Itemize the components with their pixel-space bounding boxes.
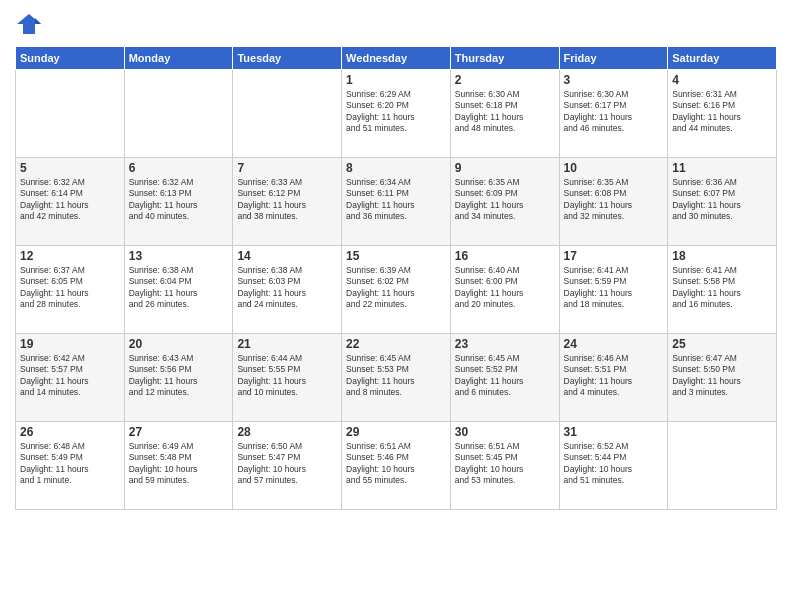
weekday-header-friday: Friday — [559, 47, 668, 70]
day-number: 16 — [455, 249, 555, 263]
calendar-cell: 16Sunrise: 6:40 AMSunset: 6:00 PMDayligh… — [450, 246, 559, 334]
calendar-week-4: 19Sunrise: 6:42 AMSunset: 5:57 PMDayligh… — [16, 334, 777, 422]
cell-info: Sunrise: 6:37 AMSunset: 6:05 PMDaylight:… — [20, 265, 120, 311]
calendar-cell: 19Sunrise: 6:42 AMSunset: 5:57 PMDayligh… — [16, 334, 125, 422]
weekday-header-sunday: Sunday — [16, 47, 125, 70]
day-number: 20 — [129, 337, 229, 351]
cell-info: Sunrise: 6:42 AMSunset: 5:57 PMDaylight:… — [20, 353, 120, 399]
calendar-cell: 28Sunrise: 6:50 AMSunset: 5:47 PMDayligh… — [233, 422, 342, 510]
calendar-cell: 30Sunrise: 6:51 AMSunset: 5:45 PMDayligh… — [450, 422, 559, 510]
calendar-cell: 4Sunrise: 6:31 AMSunset: 6:16 PMDaylight… — [668, 70, 777, 158]
cell-info: Sunrise: 6:51 AMSunset: 5:45 PMDaylight:… — [455, 441, 555, 487]
weekday-header-wednesday: Wednesday — [342, 47, 451, 70]
calendar-cell: 9Sunrise: 6:35 AMSunset: 6:09 PMDaylight… — [450, 158, 559, 246]
calendar-cell: 31Sunrise: 6:52 AMSunset: 5:44 PMDayligh… — [559, 422, 668, 510]
calendar-week-5: 26Sunrise: 6:48 AMSunset: 5:49 PMDayligh… — [16, 422, 777, 510]
calendar-cell: 24Sunrise: 6:46 AMSunset: 5:51 PMDayligh… — [559, 334, 668, 422]
calendar-cell — [124, 70, 233, 158]
logo — [15, 10, 47, 38]
calendar-cell: 21Sunrise: 6:44 AMSunset: 5:55 PMDayligh… — [233, 334, 342, 422]
cell-info: Sunrise: 6:29 AMSunset: 6:20 PMDaylight:… — [346, 89, 446, 135]
weekday-header-monday: Monday — [124, 47, 233, 70]
calendar-cell: 3Sunrise: 6:30 AMSunset: 6:17 PMDaylight… — [559, 70, 668, 158]
calendar-cell — [668, 422, 777, 510]
day-number: 17 — [564, 249, 664, 263]
cell-info: Sunrise: 6:51 AMSunset: 5:46 PMDaylight:… — [346, 441, 446, 487]
calendar-cell: 1Sunrise: 6:29 AMSunset: 6:20 PMDaylight… — [342, 70, 451, 158]
cell-info: Sunrise: 6:35 AMSunset: 6:09 PMDaylight:… — [455, 177, 555, 223]
day-number: 1 — [346, 73, 446, 87]
day-number: 3 — [564, 73, 664, 87]
day-number: 29 — [346, 425, 446, 439]
weekday-header-tuesday: Tuesday — [233, 47, 342, 70]
day-number: 28 — [237, 425, 337, 439]
calendar-header: SundayMondayTuesdayWednesdayThursdayFrid… — [16, 47, 777, 70]
day-number: 12 — [20, 249, 120, 263]
calendar-cell: 2Sunrise: 6:30 AMSunset: 6:18 PMDaylight… — [450, 70, 559, 158]
cell-info: Sunrise: 6:45 AMSunset: 5:53 PMDaylight:… — [346, 353, 446, 399]
cell-info: Sunrise: 6:44 AMSunset: 5:55 PMDaylight:… — [237, 353, 337, 399]
cell-info: Sunrise: 6:33 AMSunset: 6:12 PMDaylight:… — [237, 177, 337, 223]
cell-info: Sunrise: 6:31 AMSunset: 6:16 PMDaylight:… — [672, 89, 772, 135]
cell-info: Sunrise: 6:34 AMSunset: 6:11 PMDaylight:… — [346, 177, 446, 223]
day-number: 25 — [672, 337, 772, 351]
weekday-header-saturday: Saturday — [668, 47, 777, 70]
day-number: 22 — [346, 337, 446, 351]
cell-info: Sunrise: 6:41 AMSunset: 5:59 PMDaylight:… — [564, 265, 664, 311]
calendar-cell: 25Sunrise: 6:47 AMSunset: 5:50 PMDayligh… — [668, 334, 777, 422]
calendar-cell: 23Sunrise: 6:45 AMSunset: 5:52 PMDayligh… — [450, 334, 559, 422]
cell-info: Sunrise: 6:32 AMSunset: 6:14 PMDaylight:… — [20, 177, 120, 223]
day-number: 11 — [672, 161, 772, 175]
day-number: 6 — [129, 161, 229, 175]
calendar-cell — [233, 70, 342, 158]
cell-info: Sunrise: 6:47 AMSunset: 5:50 PMDaylight:… — [672, 353, 772, 399]
cell-info: Sunrise: 6:35 AMSunset: 6:08 PMDaylight:… — [564, 177, 664, 223]
calendar-cell: 12Sunrise: 6:37 AMSunset: 6:05 PMDayligh… — [16, 246, 125, 334]
cell-info: Sunrise: 6:38 AMSunset: 6:03 PMDaylight:… — [237, 265, 337, 311]
calendar-cell: 10Sunrise: 6:35 AMSunset: 6:08 PMDayligh… — [559, 158, 668, 246]
cell-info: Sunrise: 6:36 AMSunset: 6:07 PMDaylight:… — [672, 177, 772, 223]
cell-info: Sunrise: 6:45 AMSunset: 5:52 PMDaylight:… — [455, 353, 555, 399]
calendar-cell: 20Sunrise: 6:43 AMSunset: 5:56 PMDayligh… — [124, 334, 233, 422]
cell-info: Sunrise: 6:50 AMSunset: 5:47 PMDaylight:… — [237, 441, 337, 487]
day-number: 2 — [455, 73, 555, 87]
calendar-cell: 14Sunrise: 6:38 AMSunset: 6:03 PMDayligh… — [233, 246, 342, 334]
calendar-cell: 15Sunrise: 6:39 AMSunset: 6:02 PMDayligh… — [342, 246, 451, 334]
day-number: 13 — [129, 249, 229, 263]
calendar-cell: 17Sunrise: 6:41 AMSunset: 5:59 PMDayligh… — [559, 246, 668, 334]
calendar-cell: 8Sunrise: 6:34 AMSunset: 6:11 PMDaylight… — [342, 158, 451, 246]
logo-icon — [15, 10, 43, 38]
day-number: 23 — [455, 337, 555, 351]
day-number: 8 — [346, 161, 446, 175]
calendar-page: SundayMondayTuesdayWednesdayThursdayFrid… — [0, 0, 792, 612]
calendar-cell: 27Sunrise: 6:49 AMSunset: 5:48 PMDayligh… — [124, 422, 233, 510]
day-number: 4 — [672, 73, 772, 87]
calendar-cell: 26Sunrise: 6:48 AMSunset: 5:49 PMDayligh… — [16, 422, 125, 510]
cell-info: Sunrise: 6:30 AMSunset: 6:18 PMDaylight:… — [455, 89, 555, 135]
day-number: 26 — [20, 425, 120, 439]
header — [15, 10, 777, 38]
cell-info: Sunrise: 6:40 AMSunset: 6:00 PMDaylight:… — [455, 265, 555, 311]
day-number: 7 — [237, 161, 337, 175]
calendar-week-3: 12Sunrise: 6:37 AMSunset: 6:05 PMDayligh… — [16, 246, 777, 334]
day-number: 19 — [20, 337, 120, 351]
day-number: 5 — [20, 161, 120, 175]
calendar-cell: 5Sunrise: 6:32 AMSunset: 6:14 PMDaylight… — [16, 158, 125, 246]
day-number: 21 — [237, 337, 337, 351]
day-number: 14 — [237, 249, 337, 263]
day-number: 10 — [564, 161, 664, 175]
calendar-body: 1Sunrise: 6:29 AMSunset: 6:20 PMDaylight… — [16, 70, 777, 510]
cell-info: Sunrise: 6:48 AMSunset: 5:49 PMDaylight:… — [20, 441, 120, 487]
cell-info: Sunrise: 6:52 AMSunset: 5:44 PMDaylight:… — [564, 441, 664, 487]
cell-info: Sunrise: 6:49 AMSunset: 5:48 PMDaylight:… — [129, 441, 229, 487]
day-number: 9 — [455, 161, 555, 175]
day-number: 24 — [564, 337, 664, 351]
calendar-cell: 29Sunrise: 6:51 AMSunset: 5:46 PMDayligh… — [342, 422, 451, 510]
cell-info: Sunrise: 6:41 AMSunset: 5:58 PMDaylight:… — [672, 265, 772, 311]
day-number: 18 — [672, 249, 772, 263]
weekday-header-thursday: Thursday — [450, 47, 559, 70]
calendar-week-2: 5Sunrise: 6:32 AMSunset: 6:14 PMDaylight… — [16, 158, 777, 246]
calendar-cell: 18Sunrise: 6:41 AMSunset: 5:58 PMDayligh… — [668, 246, 777, 334]
calendar-table: SundayMondayTuesdayWednesdayThursdayFrid… — [15, 46, 777, 510]
cell-info: Sunrise: 6:46 AMSunset: 5:51 PMDaylight:… — [564, 353, 664, 399]
